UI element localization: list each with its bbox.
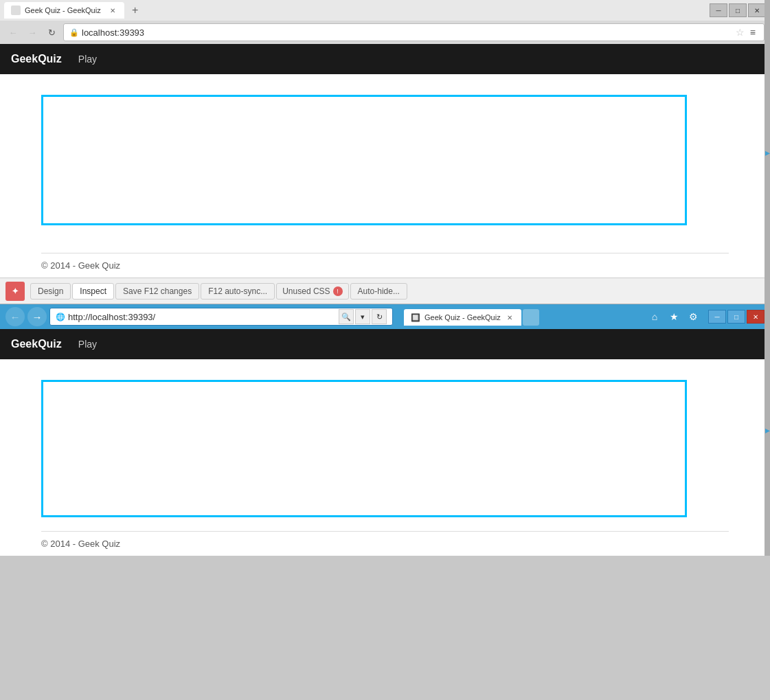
brand-bottom: GeekQuiz bbox=[11, 338, 62, 350]
save-changes-button[interactable]: Save F12 changes bbox=[115, 283, 199, 300]
side-arrow-icon: ▸ bbox=[765, 147, 770, 158]
url-refresh-button[interactable]: ↻ bbox=[372, 309, 387, 324]
home-button-bottom[interactable]: ⌂ bbox=[646, 308, 663, 325]
url-search-button[interactable]: 🔍 bbox=[339, 309, 354, 324]
devtools-logo: ✦ bbox=[5, 282, 25, 301]
brand-top: GeekQuiz bbox=[11, 53, 62, 65]
content-box-top bbox=[41, 95, 687, 225]
nav-play-top[interactable]: Play bbox=[78, 54, 97, 65]
url-bar-bottom[interactable]: 🌐 http://localhost:39393/ 🔍 ▾ ↻ bbox=[49, 308, 393, 326]
footer-bottom: © 2014 - Geek Quiz bbox=[0, 532, 770, 556]
minimize-button-top[interactable]: ─ bbox=[710, 3, 727, 17]
bottom-browser: ← → 🌐 http://localhost:39393/ 🔍 ▾ ↻ 🔲 Ge… bbox=[0, 304, 770, 556]
bottom-tab[interactable]: 🔲 Geek Quiz - GeekQuiz ✕ bbox=[404, 309, 521, 326]
unused-css-badge: ! bbox=[333, 286, 343, 296]
footer-text-top: © 2014 - Geek Quiz bbox=[41, 260, 120, 271]
autohide-button[interactable]: Auto-hide... bbox=[350, 283, 407, 300]
content-box-bottom bbox=[41, 380, 687, 517]
bookmark-star-top[interactable]: ☆ bbox=[733, 27, 747, 38]
tab-favicon-top bbox=[11, 5, 21, 15]
url-text-bottom: http://localhost:39393/ bbox=[68, 312, 155, 322]
window-controls-top: ─ □ ✕ bbox=[710, 3, 766, 17]
address-bar-top: ← → ↻ 🔒 localhost:39393 ☆ ≡ bbox=[0, 21, 770, 44]
new-tab-button-bottom[interactable] bbox=[523, 309, 539, 326]
nav-play-bottom[interactable]: Play bbox=[78, 339, 97, 350]
footer-text-bottom: © 2014 - Geek Quiz bbox=[41, 539, 120, 549]
navbar-top: GeekQuiz Play bbox=[0, 44, 770, 74]
address-bar-bottom: ← → 🌐 http://localhost:39393/ 🔍 ▾ ↻ 🔲 Ge… bbox=[0, 304, 770, 329]
page-content-bottom: GeekQuiz Play © 2014 - Geek Quiz bbox=[0, 329, 770, 556]
devtools-logo-icon: ✦ bbox=[12, 286, 19, 296]
content-area-bottom bbox=[0, 359, 770, 531]
back-button-bottom[interactable]: ← bbox=[5, 307, 25, 326]
side-arrow-icon-bottom: ▸ bbox=[765, 425, 770, 436]
back-button-top[interactable]: ← bbox=[5, 25, 21, 40]
footer-top: © 2014 - Geek Quiz bbox=[0, 253, 770, 278]
url-text-top: localhost:39393 bbox=[82, 27, 144, 38]
autosync-button[interactable]: F12 auto-sync... bbox=[201, 283, 275, 300]
url-dropdown-button[interactable]: ▾ bbox=[355, 309, 370, 324]
content-area-top bbox=[0, 74, 770, 253]
close-button-bottom[interactable]: ✕ bbox=[747, 310, 765, 324]
url-bar-top[interactable]: 🔒 localhost:39393 ☆ ≡ bbox=[63, 23, 765, 41]
side-resize-handle-top[interactable]: ▸ bbox=[765, 0, 770, 304]
side-resize-handle-bottom[interactable]: ▸ bbox=[765, 304, 770, 556]
forward-button-top[interactable]: → bbox=[25, 25, 40, 40]
navbar-bottom: GeekQuiz Play bbox=[0, 329, 770, 359]
refresh-button-top[interactable]: ↻ bbox=[44, 25, 59, 40]
unused-css-label: Unused CSS bbox=[282, 286, 330, 296]
top-browser-chrome: Geek Quiz - GeekQuiz ✕ + ─ □ ✕ ← → ↻ 🔒 l… bbox=[0, 0, 770, 304]
url-lock-icon: 🔒 bbox=[69, 28, 79, 37]
top-tab-close[interactable]: ✕ bbox=[108, 5, 117, 15]
page-content-top: GeekQuiz Play © 2014 - Geek Quiz bbox=[0, 44, 770, 278]
minimize-button-bottom[interactable]: ─ bbox=[708, 310, 726, 324]
toolbar-right-bottom: ⌂ ★ ⚙ bbox=[642, 308, 705, 325]
close-button-top[interactable]: ✕ bbox=[748, 3, 766, 17]
top-browser: Geek Quiz - GeekQuiz ✕ + ─ □ ✕ ← → ↻ 🔒 l… bbox=[0, 0, 770, 304]
bottom-tab-favicon: 🔲 bbox=[411, 313, 420, 322]
forward-button-bottom[interactable]: → bbox=[27, 307, 47, 326]
new-tab-button-top[interactable]: + bbox=[127, 2, 144, 19]
restore-button-bottom[interactable]: □ bbox=[727, 310, 745, 324]
bottom-browser-ie: ← → 🌐 http://localhost:39393/ 🔍 ▾ ↻ 🔲 Ge… bbox=[0, 304, 770, 556]
devtools-bar: ✦ Design Inspect Save F12 changes F12 au… bbox=[0, 278, 770, 304]
window-controls-bottom: ─ □ ✕ bbox=[708, 310, 765, 324]
favorites-button-bottom[interactable]: ★ bbox=[666, 308, 682, 325]
inspect-button[interactable]: Inspect bbox=[72, 283, 114, 300]
top-browser-tab[interactable]: Geek Quiz - GeekQuiz ✕ bbox=[4, 2, 124, 19]
top-tab-title: Geek Quiz - GeekQuiz bbox=[25, 6, 101, 14]
tab-bar-bottom: 🔲 Geek Quiz - GeekQuiz ✕ bbox=[401, 308, 639, 326]
settings-button-bottom[interactable]: ⚙ bbox=[685, 308, 701, 325]
design-button[interactable]: Design bbox=[30, 283, 71, 300]
url-icon-bottom: 🌐 bbox=[56, 313, 65, 321]
restore-button-top[interactable]: □ bbox=[729, 3, 747, 17]
unused-css-button[interactable]: Unused CSS ! bbox=[276, 283, 348, 300]
bottom-tab-title: Geek Quiz - GeekQuiz bbox=[424, 313, 501, 321]
menu-button-top[interactable]: ≡ bbox=[747, 27, 758, 38]
bottom-tab-close[interactable]: ✕ bbox=[505, 313, 514, 322]
title-bar-top: Geek Quiz - GeekQuiz ✕ + ─ □ ✕ bbox=[0, 0, 770, 21]
url-actions: 🔍 ▾ ↻ bbox=[339, 309, 387, 324]
